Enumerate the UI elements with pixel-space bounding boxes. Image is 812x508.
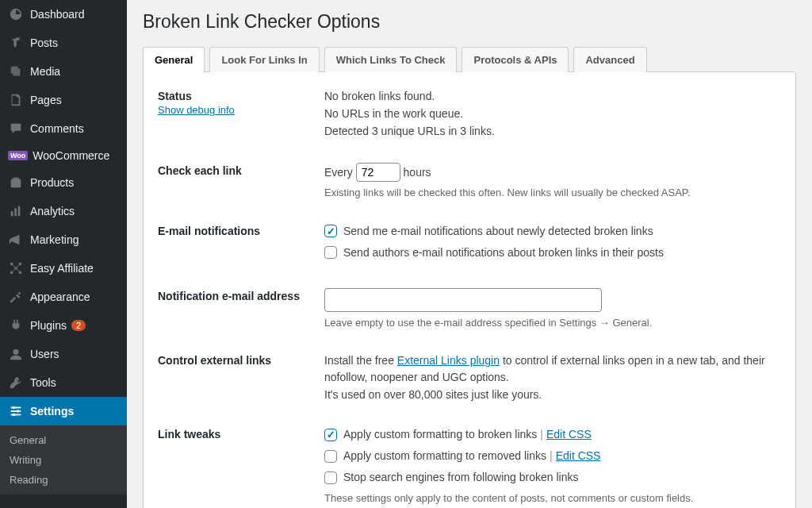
checkbox-format-broken[interactable]: [324, 429, 337, 441]
sidebar-item-label: Plugins: [30, 319, 67, 332]
row-label-tweaks: Link tweaks: [158, 426, 324, 441]
checkbox-label: Apply custom formatting to broken links: [343, 426, 537, 443]
tab-protocols-apis[interactable]: Protocols & APIs: [462, 47, 569, 72]
sidebar-item-settings[interactable]: Settings: [0, 397, 127, 425]
svg-rect-3: [14, 208, 17, 216]
sidebar-item-label: Analytics: [30, 205, 75, 217]
tabs-nav: General Look For Links In Which Links To…: [143, 47, 796, 72]
sidebar-item-tools[interactable]: Tools: [0, 368, 127, 397]
row-label-check: Check each link: [158, 163, 324, 177]
sidebar-item-users[interactable]: Users: [0, 340, 127, 368]
checkbox-label: Stop search engines from following broke…: [343, 469, 579, 486]
svg-rect-1: [13, 178, 18, 181]
show-debug-link[interactable]: Show debug info: [158, 104, 324, 116]
appearance-icon: [8, 289, 24, 305]
row-check-each-link: Check each link Every hours Existing lin…: [158, 163, 781, 201]
sidebar-item-label: Dashboard: [30, 8, 85, 21]
submenu-item-reading[interactable]: Reading: [0, 470, 127, 490]
sidebar-item-comments[interactable]: Comments: [0, 114, 127, 143]
settings-panel: Status Show debug info No broken links f…: [143, 71, 796, 508]
submenu-item-writing[interactable]: Writing: [0, 450, 127, 470]
sidebar-item-label: Media: [30, 65, 60, 78]
woo-icon: Woo: [8, 151, 28, 160]
sidebar-item-label: Easy Affiliate: [30, 262, 94, 275]
plugins-update-badge: 2: [71, 320, 86, 331]
tab-look-for-links-in[interactable]: Look For Links In: [209, 47, 319, 72]
svg-point-16: [13, 414, 16, 417]
users-icon: [8, 346, 24, 362]
svg-rect-2: [11, 211, 13, 216]
main-content: Broken Link Checker Options General Look…: [127, 0, 812, 508]
page-icon: [8, 92, 24, 108]
tab-general[interactable]: General: [143, 47, 205, 72]
sidebar-item-label: Marketing: [30, 233, 79, 246]
sidebar-item-easy-affiliate[interactable]: Easy Affiliate: [0, 254, 127, 283]
settings-icon: [8, 403, 24, 419]
checkbox-format-removed[interactable]: [324, 450, 337, 463]
admin-sidebar: Dashboard Posts Media Pages Comments Woo…: [0, 0, 127, 508]
edit-css-broken-link[interactable]: Edit CSS: [546, 426, 592, 443]
status-text: No broken links found. No URLs in the wo…: [324, 88, 781, 140]
pin-icon: [8, 35, 24, 51]
check-suffix: hours: [404, 166, 431, 179]
sidebar-item-label: Pages: [30, 94, 62, 106]
row-label-status: Status Show debug info: [158, 88, 324, 116]
row-email-notifications: E-mail notifications Send me e-mail noti…: [158, 223, 781, 266]
settings-submenu: General Writing Reading: [0, 425, 127, 495]
tweaks-helper: These settings only apply to the content…: [324, 491, 781, 506]
tools-icon: [8, 375, 24, 391]
sidebar-item-dashboard[interactable]: Dashboard: [0, 0, 127, 29]
checkbox-notify-me[interactable]: [324, 225, 337, 237]
affiliate-icon: [8, 260, 24, 276]
svg-rect-4: [18, 206, 21, 217]
row-label-notify-addr: Notification e-mail address: [158, 288, 324, 302]
comment-icon: [8, 121, 24, 137]
row-link-tweaks: Link tweaks Apply custom formatting to b…: [158, 426, 781, 506]
marketing-icon: [8, 232, 24, 248]
sidebar-item-label: Users: [30, 348, 59, 360]
plugins-icon: [8, 318, 24, 333]
row-control-external-links: Control external links Install the free …: [158, 352, 781, 404]
row-label-external: Control external links: [158, 352, 324, 367]
sidebar-item-products[interactable]: Products: [0, 168, 127, 197]
checkbox-label: Send authors e-mail notifications about …: [343, 244, 664, 261]
page-title: Broken Link Checker Options: [143, 11, 796, 33]
sidebar-item-label: Appearance: [30, 291, 90, 303]
sidebar-item-plugins[interactable]: Plugins 2: [0, 311, 127, 340]
check-prefix: Every: [324, 166, 353, 179]
sidebar-item-label: Tools: [30, 376, 56, 389]
sidebar-item-label: Settings: [30, 405, 74, 418]
sidebar-item-media[interactable]: Media: [0, 57, 127, 86]
sidebar-item-posts[interactable]: Posts: [0, 29, 127, 57]
sidebar-item-analytics[interactable]: Analytics: [0, 197, 127, 225]
svg-point-15: [17, 410, 20, 413]
sidebar-item-label: Products: [30, 176, 74, 189]
edit-css-removed-link[interactable]: Edit CSS: [556, 448, 601, 464]
check-interval-input[interactable]: [356, 163, 400, 182]
row-label-email: E-mail notifications: [158, 223, 324, 237]
submenu-item-general[interactable]: General: [0, 430, 127, 450]
row-notification-email: Notification e-mail address Leave empty …: [158, 288, 781, 331]
sidebar-item-pages[interactable]: Pages: [0, 86, 127, 114]
checkbox-label: Apply custom formatting to removed links: [343, 448, 546, 464]
check-helper: Existing links will be checked this ofte…: [324, 185, 781, 201]
tab-advanced[interactable]: Advanced: [573, 47, 646, 72]
sidebar-item-woocommerce[interactable]: Woo WooCommerce: [0, 143, 127, 168]
checkbox-notify-authors[interactable]: [324, 246, 337, 259]
products-icon: [8, 175, 24, 190]
sidebar-item-label: WooCommerce: [33, 149, 109, 162]
analytics-icon: [8, 203, 24, 219]
checkbox-stop-search-engines[interactable]: [324, 471, 337, 484]
svg-point-10: [13, 349, 18, 355]
sidebar-item-marketing[interactable]: Marketing: [0, 225, 127, 254]
tab-which-links-to-check[interactable]: Which Links To Check: [324, 47, 458, 72]
svg-point-14: [13, 406, 16, 410]
external-links-plugin-link[interactable]: External Links plugin: [397, 354, 500, 367]
notify-addr-helper: Leave empty to use the e-mail address sp…: [324, 315, 781, 331]
media-icon: [8, 64, 24, 79]
dashboard-icon: [8, 6, 24, 22]
sidebar-item-label: Comments: [30, 122, 84, 135]
sidebar-item-label: Posts: [30, 37, 58, 49]
sidebar-item-appearance[interactable]: Appearance: [0, 283, 127, 311]
notification-email-input[interactable]: [324, 288, 602, 312]
